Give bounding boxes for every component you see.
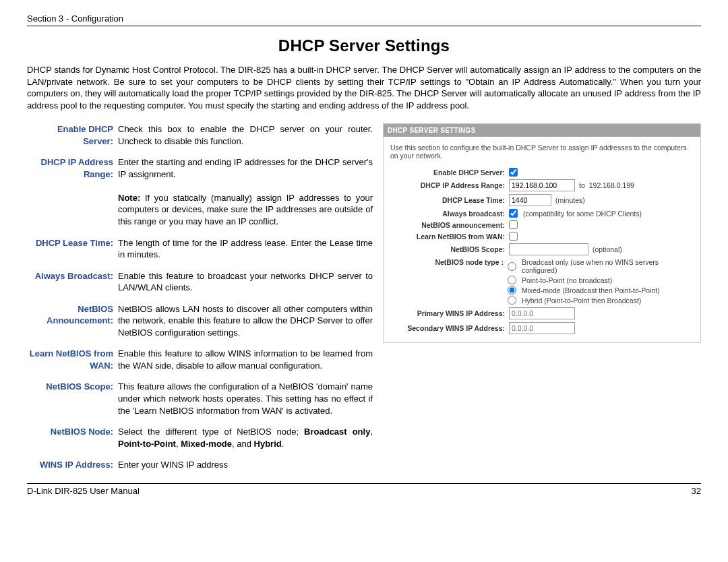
- panel-description: Use this section to configure the built-…: [390, 144, 694, 160]
- label-enable-dhcp: Enable DHCP Server:: [390, 168, 509, 177]
- def-label-enable-dhcp: Enable DHCP Server:: [27, 123, 115, 147]
- dhcp-settings-panel: DHCP SERVER SETTINGS Use this section to…: [383, 123, 701, 343]
- input-primary-wins[interactable]: [509, 307, 575, 319]
- label-node-type: NetBIOS node type :: [390, 258, 508, 266]
- checkbox-always-broadcast[interactable]: [509, 209, 518, 218]
- label-secondary-wins: Secondary WINS IP Address:: [390, 324, 509, 332]
- label-primary-wins: Primary WINS IP Address:: [390, 309, 509, 317]
- radio-mixed-mode-label: Mixed-mode (Broadcast then Point-to-Poin…: [522, 286, 660, 294]
- row-node-type: NetBIOS node type : Broadcast only (use …: [390, 258, 694, 305]
- footer-manual: D-Link DIR-825 User Manual: [27, 486, 140, 496]
- ip-range-to-value: 192.168.0.199: [589, 181, 634, 189]
- input-lease-time[interactable]: [509, 194, 551, 206]
- def-desc-learn-netbios: Enable this feature to allow WINS inform…: [118, 348, 373, 371]
- lease-time-unit: (minutes): [555, 196, 585, 204]
- input-ip-range-from[interactable]: [509, 179, 575, 191]
- label-netbios-scope: NetBIOS Scope:: [390, 245, 509, 253]
- def-label-ip-range: DHCP IP Address Range:: [27, 156, 115, 180]
- def-desc-wins-ip: Enter your WINS IP address: [118, 459, 373, 471]
- input-netbios-scope[interactable]: [509, 243, 588, 255]
- input-secondary-wins[interactable]: [509, 322, 575, 334]
- radio-hybrid[interactable]: [508, 296, 516, 305]
- node-type-radio-group: Broadcast only (use when no WINS servers…: [508, 258, 694, 305]
- row-ip-range: DHCP IP Address Range: to 192.168.0.199: [390, 179, 694, 191]
- def-desc-netbios-node: Select the different type of NetBIOS nod…: [118, 426, 373, 449]
- footer-page-number: 32: [692, 486, 701, 496]
- definition-list: Enable DHCP Server: Check this box to en…: [27, 123, 373, 471]
- def-label-learn-netbios: Learn NetBIOS from WAN:: [27, 348, 115, 371]
- broadcast-hint: (compatibility for some DHCP Clients): [523, 210, 642, 218]
- def-desc-lease-time: The length of time for the IP address le…: [118, 237, 373, 261]
- def-desc-ip-range: Enter the starting and ending IP address…: [118, 156, 373, 227]
- row-primary-wins: Primary WINS IP Address:: [390, 307, 694, 319]
- radio-hybrid-label: Hybrid (Point-to-Point then Broadcast): [522, 296, 641, 305]
- radio-point-to-point-label: Point-to-Point (no broadcast): [522, 276, 612, 284]
- note-prefix: Note:: [118, 193, 140, 203]
- def-desc-netbios-announce: NetBIOS allows LAN hosts to discover all…: [118, 303, 373, 339]
- label-netbios-announce: NetBIOS announcement:: [390, 221, 509, 229]
- label-ip-range: DHCP IP Address Range:: [390, 181, 509, 189]
- checkbox-netbios-announce[interactable]: [509, 220, 518, 229]
- scope-hint: (optional): [593, 245, 622, 253]
- radio-broadcast-only-label: Broadcast only (use when no WINS servers…: [522, 258, 694, 274]
- def-label-wins-ip: WINS IP Address:: [27, 459, 115, 471]
- label-lease-time: DHCP Lease Time:: [390, 196, 509, 204]
- page-title: DHCP Server Settings: [27, 36, 701, 55]
- row-always-broadcast: Always broadcast: (compatibility for som…: [390, 209, 694, 218]
- def-desc-netbios-scope: This feature allows the configuration of…: [118, 381, 373, 416]
- row-enable-dhcp: Enable DHCP Server:: [390, 168, 694, 177]
- row-netbios-announce: NetBIOS announcement:: [390, 220, 694, 229]
- row-lease-time: DHCP Lease Time: (minutes): [390, 194, 694, 206]
- def-label-always-broadcast: Always Broadcast:: [27, 270, 115, 282]
- panel-title: DHCP SERVER SETTINGS: [384, 124, 700, 137]
- def-desc-always-broadcast: Enable this feature to broadcast your ne…: [118, 270, 373, 294]
- def-desc-enable-dhcp: Check this box to enable the DHCP server…: [118, 123, 373, 147]
- radio-broadcast-only[interactable]: [508, 262, 516, 271]
- radio-point-to-point[interactable]: [508, 276, 516, 284]
- def-label-netbios-scope: NetBIOS Scope:: [27, 381, 115, 393]
- ip-range-to-label: to: [579, 181, 585, 189]
- row-learn-netbios: Learn NetBIOS from WAN:: [390, 232, 694, 241]
- row-netbios-scope: NetBIOS Scope: (optional): [390, 243, 694, 255]
- checkbox-enable-dhcp[interactable]: [509, 168, 518, 177]
- section-header: Section 3 - Configuration: [27, 13, 701, 26]
- radio-mixed-mode[interactable]: [508, 286, 516, 294]
- label-always-broadcast: Always broadcast:: [390, 210, 509, 218]
- row-secondary-wins: Secondary WINS IP Address:: [390, 322, 694, 334]
- checkbox-learn-netbios[interactable]: [509, 232, 518, 241]
- def-label-lease-time: DHCP Lease Time:: [27, 237, 115, 249]
- label-learn-netbios: Learn NetBIOS from WAN:: [390, 232, 509, 241]
- intro-paragraph: DHCP stands for Dynamic Host Control Pro…: [27, 64, 701, 111]
- def-label-netbios-announce: NetBIOS Announcement:: [27, 303, 115, 327]
- def-label-netbios-node: NetBIOS Node:: [27, 426, 115, 438]
